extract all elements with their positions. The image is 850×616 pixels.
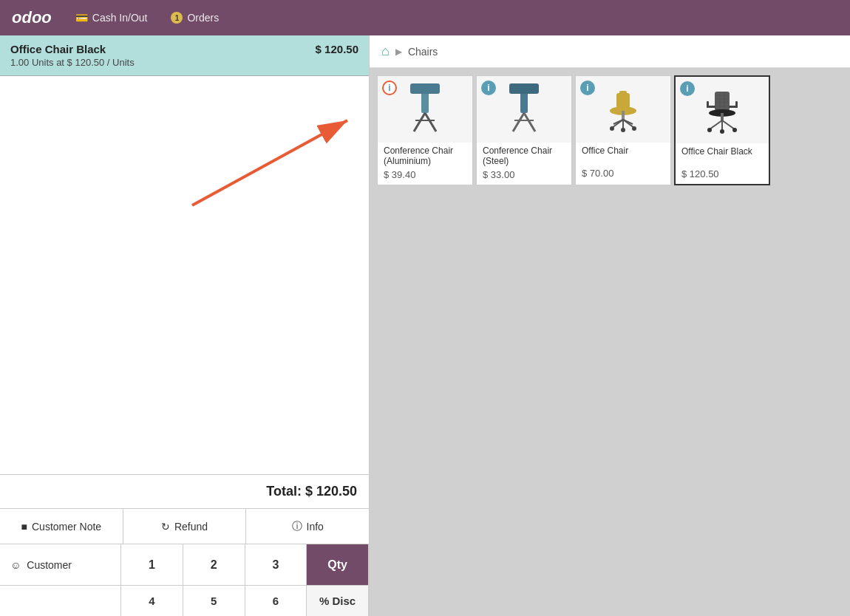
product-info-icon-1[interactable]: i xyxy=(481,81,496,95)
svg-point-20 xyxy=(610,126,614,131)
numpad-5[interactable]: 5 xyxy=(183,586,245,616)
products-grid: i Conference Chair (Aluminium) $ 39.40 xyxy=(370,68,850,616)
customer-note-button[interactable]: ■ Customer Note xyxy=(0,509,123,544)
numpad-spacer xyxy=(0,586,121,616)
product-card-3[interactable]: i xyxy=(674,75,770,185)
product-info-icon-3[interactable]: i xyxy=(680,81,695,96)
cash-in-out-nav[interactable]: 💳 Cash In/Out xyxy=(75,12,148,24)
order-item-price: $ 120.50 xyxy=(316,43,358,55)
product-info-icon-2[interactable]: i xyxy=(580,81,595,95)
svg-rect-37 xyxy=(735,101,738,108)
orders-badge: 1 xyxy=(171,12,183,24)
breadcrumb-separator: ▶ xyxy=(395,47,402,57)
numpad-row-1: ☺ Customer 1 2 3 Qty xyxy=(0,544,369,585)
svg-rect-33 xyxy=(721,113,724,120)
main-layout: Office Chair Black $ 120.50 1.00 Units a… xyxy=(0,35,850,616)
product-name-3: Office Chair Black xyxy=(676,143,769,167)
svg-rect-14 xyxy=(622,111,625,120)
home-icon[interactable]: ⌂ xyxy=(381,44,390,59)
order-item[interactable]: Office Chair Black $ 120.50 1.00 Units a… xyxy=(0,35,369,76)
customer-note-icon: ■ xyxy=(21,521,27,533)
breadcrumb: ⌂ ▶ Chairs xyxy=(370,35,850,68)
numpad-4[interactable]: 4 xyxy=(121,586,183,616)
svg-line-9 xyxy=(524,113,535,131)
orders-nav[interactable]: 1 Orders xyxy=(171,12,219,24)
customer-select[interactable]: ☺ Customer xyxy=(0,544,121,585)
numpad-1[interactable]: 1 xyxy=(121,544,183,585)
svg-line-2 xyxy=(414,113,425,131)
svg-point-42 xyxy=(732,128,737,132)
product-price-3: $ 120.50 xyxy=(676,167,769,184)
svg-line-38 xyxy=(710,120,722,129)
svg-rect-1 xyxy=(410,83,440,94)
refund-button[interactable]: ↻ Refund xyxy=(123,509,247,544)
numpad-3[interactable]: 3 xyxy=(245,544,307,585)
order-body xyxy=(0,76,369,474)
svg-line-8 xyxy=(513,113,524,131)
svg-point-41 xyxy=(707,128,712,132)
info-icon: ⓘ xyxy=(292,520,302,533)
person-icon: ☺ xyxy=(10,559,21,571)
product-card-2[interactable]: i xyxy=(575,75,671,185)
product-name-2: Office Chair xyxy=(576,143,670,166)
numpad-disc[interactable]: % Disc xyxy=(307,586,369,616)
product-card-0[interactable]: i Conference Chair (Aluminium) $ 39.40 xyxy=(377,75,473,185)
numpad-qty[interactable]: Qty xyxy=(307,544,369,585)
product-info-icon-0[interactable]: i xyxy=(382,81,397,95)
product-name-1: Conference Chair (Steel) xyxy=(477,143,571,168)
numpad-6[interactable]: 6 xyxy=(245,586,307,616)
svg-point-22 xyxy=(621,128,625,132)
products-panel: ⌂ ▶ Chairs i xyxy=(370,35,850,616)
refund-icon: ↻ xyxy=(161,521,170,533)
info-button[interactable]: ⓘ Info xyxy=(246,509,369,544)
breadcrumb-category[interactable]: Chairs xyxy=(408,46,438,58)
svg-point-43 xyxy=(720,129,724,134)
product-price-1: $ 33.00 xyxy=(477,168,571,185)
svg-line-3 xyxy=(425,113,436,131)
product-price-2: $ 70.00 xyxy=(576,166,670,183)
svg-point-21 xyxy=(632,126,636,131)
svg-line-39 xyxy=(722,120,735,129)
top-navigation: odoo 💳 Cash In/Out 1 Orders xyxy=(0,0,850,35)
order-item-detail: 1.00 Units at $ 120.50 / Units xyxy=(10,57,358,68)
numpad-2[interactable]: 2 xyxy=(183,544,245,585)
svg-rect-24 xyxy=(619,91,627,95)
svg-rect-25 xyxy=(715,92,730,111)
svg-rect-36 xyxy=(707,101,709,108)
numpad-row-2: 4 5 6 % Disc xyxy=(0,585,369,616)
action-buttons: ■ Customer Note ↻ Refund ⓘ Info xyxy=(0,508,369,544)
odoo-logo: odoo xyxy=(12,8,52,27)
svg-rect-7 xyxy=(509,83,539,94)
cash-icon: 💳 xyxy=(75,12,88,24)
product-price-0: $ 39.40 xyxy=(378,168,472,185)
product-card-1[interactable]: i Conference Chair (Steel) $ 33.00 xyxy=(476,75,572,185)
order-panel: Office Chair Black $ 120.50 1.00 Units a… xyxy=(0,35,370,616)
product-name-0: Conference Chair (Aluminium) xyxy=(378,143,472,168)
order-item-name: Office Chair Black xyxy=(10,43,106,55)
order-total: Total: $ 120.50 xyxy=(0,474,369,508)
